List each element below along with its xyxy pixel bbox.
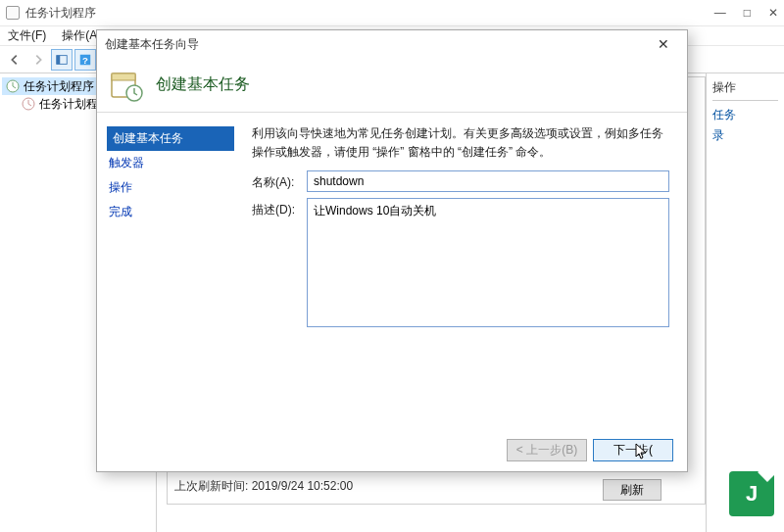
task-description-textarea[interactable] bbox=[307, 198, 669, 327]
step-finish[interactable]: 完成 bbox=[107, 200, 234, 224]
svg-rect-1 bbox=[57, 55, 61, 64]
bg-title-text: 任务计划程序 bbox=[25, 5, 96, 22]
wizard-titlebar: 创建基本任务向导 ✕ bbox=[97, 30, 687, 58]
help-icon: ? bbox=[78, 53, 92, 67]
arrow-right-icon bbox=[31, 53, 45, 67]
svg-rect-8 bbox=[112, 73, 135, 80]
wizard-steps: 创建基本任务 触发器 操作 完成 bbox=[97, 113, 244, 428]
task-name-input[interactable] bbox=[307, 170, 669, 192]
description-label: 描述(D): bbox=[252, 198, 307, 218]
wizard-footer: < 上一步(B) 下一步( bbox=[97, 428, 687, 471]
back-button: < 上一步(B) bbox=[507, 439, 587, 461]
toolbar-panel-button[interactable] bbox=[51, 49, 73, 71]
wizard-content: 利用该向导快速地为常见任务创建计划。有关更多高级选项或设置，例如多任务操作或触发… bbox=[244, 113, 687, 428]
last-refresh-label: 上次刷新时间: 2019/9/24 10:52:00 bbox=[174, 478, 353, 495]
next-button-label: 下一步( bbox=[613, 442, 653, 459]
calendar-clock-icon bbox=[109, 68, 144, 103]
folder-clock-icon bbox=[22, 97, 35, 111]
menu-file[interactable]: 文件(F) bbox=[8, 27, 46, 44]
panel-icon bbox=[55, 53, 69, 67]
clock-icon bbox=[6, 79, 20, 93]
toolbar-forward-button[interactable] bbox=[27, 49, 49, 71]
create-basic-task-wizard: 创建基本任务向导 ✕ 创建基本任务 创建基本任务 触发器 操作 完成 利用该向导… bbox=[96, 29, 688, 472]
refresh-button[interactable]: 刷新 bbox=[603, 479, 662, 501]
status-time: 2019/9/24 10:52:00 bbox=[252, 479, 353, 493]
wizard-header-title: 创建基本任务 bbox=[156, 74, 250, 95]
svg-text:?: ? bbox=[82, 54, 88, 65]
step-trigger[interactable]: 触发器 bbox=[107, 151, 234, 175]
step-create-basic-task[interactable]: 创建基本任务 bbox=[107, 126, 234, 151]
watermark-badge: J bbox=[713, 463, 784, 522]
arrow-left-icon bbox=[8, 53, 22, 67]
step-action[interactable]: 操作 bbox=[107, 175, 234, 200]
next-button[interactable]: 下一步( bbox=[593, 439, 673, 461]
wizard-description: 利用该向导快速地为常见任务创建计划。有关更多高级选项或设置，例如多任务操作或触发… bbox=[252, 124, 669, 161]
wizard-title-text: 创建基本任务向导 bbox=[105, 36, 199, 53]
app-icon bbox=[6, 6, 20, 20]
wizard-header: 创建基本任务 bbox=[97, 58, 687, 113]
bg-close-button[interactable]: ✕ bbox=[768, 6, 778, 20]
actions-item-2[interactable]: 录 bbox=[712, 125, 778, 146]
toolbar-back-button[interactable] bbox=[4, 49, 25, 71]
bg-minimize-button[interactable]: — bbox=[714, 6, 726, 20]
name-label: 名称(A): bbox=[252, 170, 307, 191]
status-prefix: 上次刷新时间: bbox=[174, 479, 252, 493]
toolbar-help-button[interactable]: ? bbox=[74, 49, 96, 71]
actions-header: 操作 bbox=[712, 79, 778, 101]
bg-titlebar: 任务计划程序 — □ ✕ bbox=[0, 0, 784, 26]
actions-item-1[interactable]: 任务 bbox=[712, 105, 778, 125]
wizard-close-button[interactable]: ✕ bbox=[648, 36, 679, 52]
bg-maximize-button[interactable]: □ bbox=[744, 6, 751, 20]
